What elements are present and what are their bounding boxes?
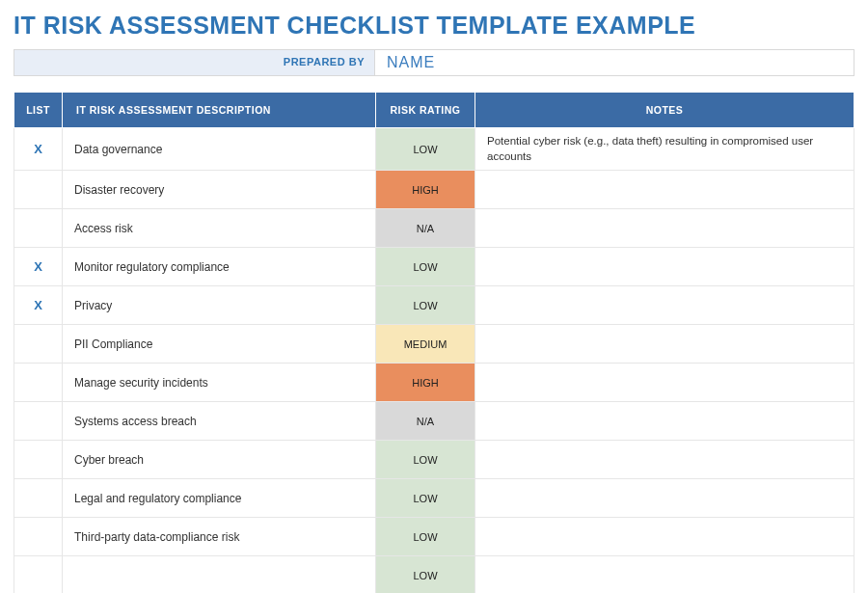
- list-mark-cell[interactable]: [14, 441, 63, 479]
- risk-rating-cell[interactable]: N/A: [376, 402, 475, 441]
- list-mark-cell[interactable]: [14, 518, 63, 556]
- table-header-row: LIST IT RISK ASSESSMENT DESCRIPTION RISK…: [14, 93, 854, 128]
- notes-cell[interactable]: [475, 209, 854, 248]
- table-row: Disaster recoveryHIGH: [14, 171, 854, 209]
- table-row: Access riskN/A: [14, 209, 854, 248]
- notes-cell[interactable]: [475, 556, 854, 593]
- header-notes: NOTES: [475, 93, 854, 128]
- description-cell[interactable]: Privacy: [63, 286, 376, 325]
- risk-rating-cell[interactable]: LOW: [376, 479, 475, 518]
- table-row: XMonitor regulatory complianceLOW: [14, 248, 854, 286]
- description-cell[interactable]: Access risk: [63, 209, 376, 248]
- header-list: LIST: [14, 93, 63, 128]
- risk-rating-cell[interactable]: LOW: [376, 128, 475, 171]
- list-mark-cell[interactable]: [14, 171, 63, 209]
- notes-cell[interactable]: [475, 402, 854, 441]
- risk-rating-cell[interactable]: HIGH: [376, 364, 475, 402]
- notes-cell[interactable]: [475, 171, 854, 209]
- table-row: Manage security incidentsHIGH: [14, 364, 854, 402]
- list-mark-cell[interactable]: [14, 556, 63, 593]
- risk-table: LIST IT RISK ASSESSMENT DESCRIPTION RISK…: [14, 92, 854, 593]
- risk-rating-cell[interactable]: N/A: [376, 209, 475, 248]
- notes-cell[interactable]: [475, 518, 854, 556]
- table-row: Third-party data-compliance riskLOW: [14, 518, 854, 556]
- list-mark-cell[interactable]: X: [14, 248, 63, 286]
- description-cell[interactable]: PII Compliance: [63, 325, 376, 364]
- notes-cell[interactable]: [475, 286, 854, 325]
- list-mark-cell[interactable]: [14, 325, 63, 364]
- description-cell[interactable]: Legal and regulatory compliance: [63, 479, 376, 518]
- description-cell[interactable]: Third-party data-compliance risk: [63, 518, 376, 556]
- list-mark-cell[interactable]: [14, 402, 63, 441]
- notes-cell[interactable]: [475, 325, 854, 364]
- list-mark-cell[interactable]: X: [14, 128, 63, 171]
- description-cell[interactable]: Disaster recovery: [63, 171, 376, 209]
- description-cell[interactable]: Monitor regulatory compliance: [63, 248, 376, 286]
- notes-cell[interactable]: [475, 248, 854, 286]
- description-cell[interactable]: Data governance: [63, 128, 376, 171]
- table-row: Systems access breachN/A: [14, 402, 854, 441]
- risk-rating-cell[interactable]: LOW: [376, 441, 475, 479]
- notes-cell[interactable]: [475, 479, 854, 518]
- risk-rating-cell[interactable]: MEDIUM: [376, 325, 475, 364]
- risk-rating-cell[interactable]: LOW: [376, 286, 475, 325]
- notes-cell[interactable]: [475, 364, 854, 402]
- table-row: XData governanceLOWPotential cyber risk …: [14, 128, 854, 171]
- prepared-by-label: PREPARED BY: [14, 49, 375, 76]
- notes-cell[interactable]: Potential cyber risk (e.g., data theft) …: [475, 128, 854, 171]
- table-row: PII ComplianceMEDIUM: [14, 325, 854, 364]
- list-mark-cell[interactable]: X: [14, 286, 63, 325]
- risk-rating-cell[interactable]: HIGH: [376, 171, 475, 209]
- header-risk: RISK RATING: [376, 93, 475, 128]
- prepared-by-value[interactable]: NAME: [375, 49, 854, 76]
- description-cell[interactable]: [63, 556, 376, 593]
- description-cell[interactable]: Systems access breach: [63, 402, 376, 441]
- table-row: XPrivacyLOW: [14, 286, 854, 325]
- notes-cell[interactable]: [475, 441, 854, 479]
- description-cell[interactable]: Manage security incidents: [63, 364, 376, 402]
- description-cell[interactable]: Cyber breach: [63, 441, 376, 479]
- page-title: IT RISK ASSESSMENT CHECKLIST TEMPLATE EX…: [14, 12, 854, 40]
- table-row: Cyber breachLOW: [14, 441, 854, 479]
- header-description: IT RISK ASSESSMENT DESCRIPTION: [63, 93, 376, 128]
- prepared-by-row: PREPARED BY NAME: [14, 49, 854, 76]
- table-row: LOW: [14, 556, 854, 593]
- list-mark-cell[interactable]: [14, 209, 63, 248]
- risk-rating-cell[interactable]: LOW: [376, 518, 475, 556]
- table-row: Legal and regulatory complianceLOW: [14, 479, 854, 518]
- risk-rating-cell[interactable]: LOW: [376, 556, 475, 593]
- list-mark-cell[interactable]: [14, 479, 63, 518]
- list-mark-cell[interactable]: [14, 364, 63, 402]
- risk-rating-cell[interactable]: LOW: [376, 248, 475, 286]
